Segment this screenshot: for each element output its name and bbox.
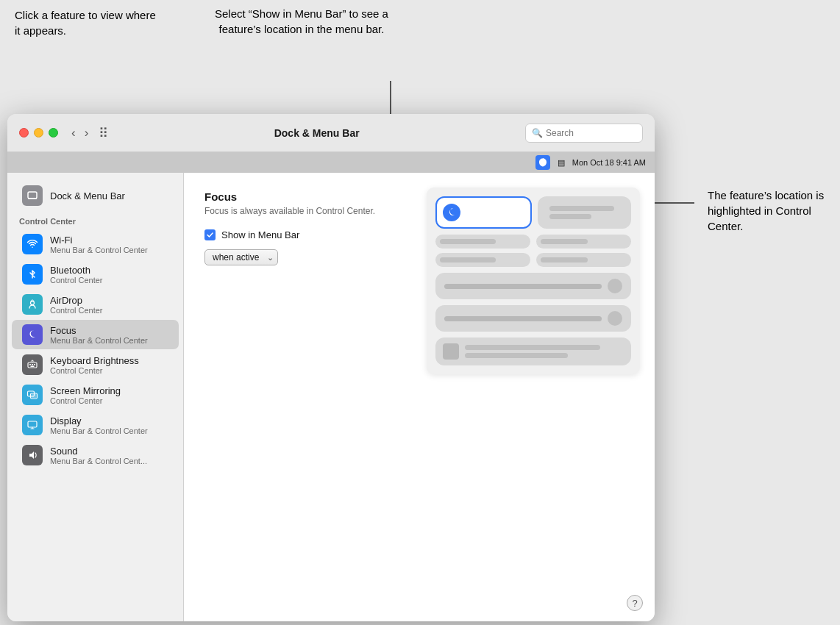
back-button[interactable]: ‹ [68, 124, 79, 142]
cc-small-tiles-row [435, 235, 631, 267]
cc-slider-2 [435, 305, 631, 332]
cc-small-tile-3 [536, 235, 631, 249]
sidebar: Dock & Menu Bar Control Center Wi-Fi [7, 173, 184, 621]
focus-sublabel: Menu Bar & Control Center [50, 336, 148, 345]
sidebar-item-dock-menu-bar[interactable]: Dock & Menu Bar [12, 181, 179, 210]
window-title: Dock & Menu Bar [108, 127, 525, 139]
cc-mock [435, 196, 631, 365]
dock-menubar-label: Dock & Menu Bar [50, 190, 125, 201]
wifi-sublabel: Menu Bar & Control Center [50, 246, 148, 254]
close-button[interactable] [19, 128, 29, 138]
sidebar-item-display[interactable]: Display Menu Bar & Control Center [12, 410, 179, 440]
show-menubar-label: Show in Menu Bar [221, 229, 299, 240]
search-input[interactable] [546, 128, 636, 138]
cc-small-tile-4 [536, 253, 631, 267]
control-center-preview [427, 188, 640, 374]
keyboard-brightness-sublabel: Control Center [50, 366, 139, 375]
cc-slider-1 [435, 273, 631, 299]
screen-mirroring-icon [22, 385, 43, 405]
menubar-screen-icon: ▤ [558, 158, 565, 168]
airdrop-icon [22, 294, 43, 315]
annotation-right: The feature’s location is highlighted in… [708, 188, 825, 234]
show-menubar-checkbox[interactable] [204, 229, 216, 240]
control-center-header: Control Center [7, 211, 183, 229]
keyboard-brightness-label: Keyboard Brightness [50, 355, 139, 366]
svg-rect-1 [28, 198, 37, 199]
cc-bottom-icon [443, 343, 459, 360]
svg-rect-4 [29, 364, 31, 365]
cc-focus-tile [435, 196, 532, 229]
help-button[interactable]: ? [627, 595, 643, 611]
titlebar: ‹ › ⠿ Dock & Menu Bar 🔍 [7, 114, 655, 152]
svg-rect-5 [32, 364, 33, 365]
svg-rect-0 [28, 192, 37, 199]
wifi-label: Wi-Fi [50, 235, 148, 246]
main-panel: Focus Focus is always available in Contr… [184, 173, 655, 621]
display-label: Display [50, 415, 148, 426]
search-box[interactable]: 🔍 [525, 124, 643, 143]
svg-rect-10 [32, 394, 37, 398]
sidebar-item-wifi[interactable]: Wi-Fi Menu Bar & Control Center [12, 229, 179, 259]
focus-label: Focus [50, 325, 148, 336]
svg-rect-11 [28, 421, 37, 427]
maximize-button[interactable] [49, 128, 58, 138]
menubar-datetime: Mon Oct 18 9:41 AM [572, 158, 646, 167]
sound-sublabel: Menu Bar & Control Cent... [50, 457, 147, 465]
sidebar-item-screen-mirroring[interactable]: Screen Mirroring Control Center [12, 380, 179, 410]
display-sublabel: Menu Bar & Control Center [50, 426, 148, 435]
cc-other-tile [538, 196, 631, 229]
cc-focus-icon [443, 204, 460, 221]
annotation-left: Click a feature to view where it appears… [15, 7, 162, 38]
cc-bottom-tile [435, 338, 631, 365]
when-active-dropdown[interactable]: when active always never [204, 249, 278, 265]
arrow-right [650, 202, 694, 204]
sidebar-item-bluetooth[interactable]: Bluetooth Control Center [12, 260, 179, 289]
cc-small-tile-2 [435, 253, 530, 267]
sound-icon [22, 445, 43, 465]
bluetooth-sublabel: Control Center [50, 276, 103, 285]
dropdown-wrapper[interactable]: when active always never ⌄ [204, 249, 278, 265]
bluetooth-label: Bluetooth [50, 265, 103, 276]
focus-icon [22, 324, 43, 345]
svg-rect-6 [34, 364, 35, 365]
preferences-window: ‹ › ⠿ Dock & Menu Bar 🔍 ▤ Mon Oct 18 9:4… [7, 114, 655, 621]
display-icon [22, 415, 43, 435]
wifi-icon [22, 234, 43, 254]
minimize-button[interactable] [34, 128, 43, 138]
keyboard-icon [22, 354, 43, 375]
menubar-preview: ▤ Mon Oct 18 9:41 AM [7, 152, 655, 173]
sound-label: Sound [50, 446, 147, 457]
dock-menubar-icon [22, 185, 43, 206]
window-controls [19, 128, 58, 138]
annotation-top: Select “Show in Menu Bar” to see a featu… [213, 6, 390, 37]
search-icon: 🔍 [532, 128, 543, 138]
nav-arrows: ‹ › [68, 124, 91, 142]
airdrop-sublabel: Control Center [50, 306, 103, 315]
cc-small-tile-1 [435, 235, 530, 249]
sidebar-item-keyboard-brightness[interactable]: Keyboard Brightness Control Center [12, 350, 179, 379]
sidebar-item-focus[interactable]: Focus Menu Bar & Control Center [12, 320, 179, 349]
content-area: Dock & Menu Bar Control Center Wi-Fi [7, 173, 655, 621]
sidebar-item-airdrop[interactable]: AirDrop Control Center [12, 290, 179, 319]
airdrop-label: AirDrop [50, 295, 103, 306]
screen-mirroring-label: Screen Mirroring [50, 385, 121, 396]
sidebar-item-sound[interactable]: Sound Menu Bar & Control Cent... [12, 440, 179, 470]
cc-top-row [435, 196, 631, 229]
screen-mirroring-sublabel: Control Center [50, 396, 121, 405]
focus-menubar-icon [535, 155, 550, 170]
bluetooth-icon [22, 264, 43, 285]
app-grid-button[interactable]: ⠿ [99, 125, 108, 141]
forward-button[interactable]: › [82, 124, 92, 142]
svg-rect-7 [31, 366, 35, 368]
